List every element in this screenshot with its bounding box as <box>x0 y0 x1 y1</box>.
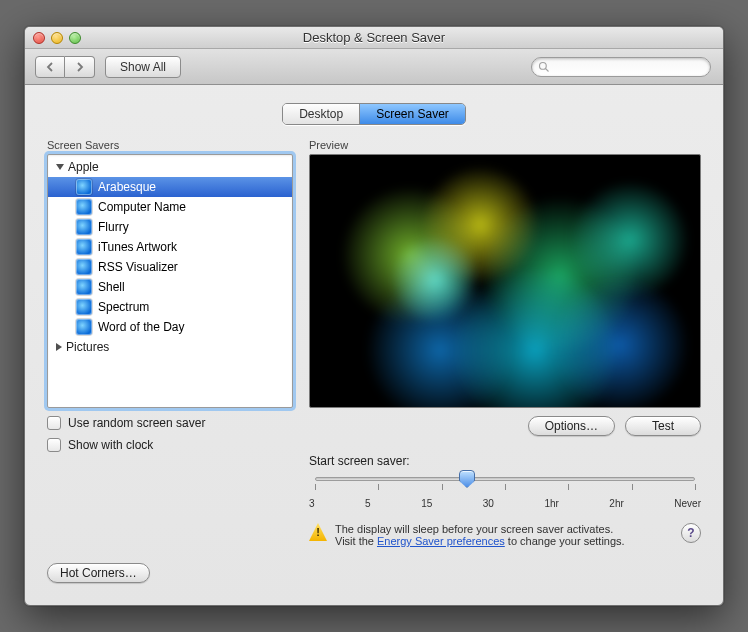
tab-desktop[interactable]: Desktop <box>283 104 359 124</box>
group-pictures[interactable]: Pictures <box>48 337 292 357</box>
help-button[interactable]: ? <box>681 523 701 543</box>
search-field[interactable] <box>531 57 711 77</box>
screensaver-icon <box>76 199 92 215</box>
screensaver-icon <box>76 179 92 195</box>
screen-savers-list[interactable]: Apple Arabesque Computer Name Flurry iTu… <box>47 154 293 408</box>
slider-label: Start screen saver: <box>309 454 701 468</box>
show-with-clock-checkbox[interactable]: Show with clock <box>47 438 293 452</box>
list-item[interactable]: Flurry <box>48 217 292 237</box>
search-input[interactable] <box>554 61 704 73</box>
tab-bar: Desktop Screen Saver <box>47 103 701 125</box>
tab-screen-saver[interactable]: Screen Saver <box>359 104 465 124</box>
disclosure-triangle-icon[interactable] <box>56 164 64 170</box>
warning-message: The display will sleep before your scree… <box>309 523 701 547</box>
list-item[interactable]: Shell <box>48 277 292 297</box>
forward-button[interactable] <box>65 56 95 78</box>
screensaver-icon <box>76 279 92 295</box>
disclosure-triangle-icon[interactable] <box>56 343 62 351</box>
screensaver-icon <box>76 259 92 275</box>
search-icon <box>538 61 550 73</box>
checkbox-icon[interactable] <box>47 438 61 452</box>
toolbar: Show All <box>25 49 723 85</box>
start-delay-slider[interactable] <box>315 474 695 490</box>
titlebar: Desktop & Screen Saver <box>25 27 723 49</box>
preview-heading: Preview <box>309 139 701 151</box>
slider-thumb[interactable] <box>459 470 475 488</box>
preview-pane <box>309 154 701 408</box>
options-button[interactable]: Options… <box>528 416 615 436</box>
screensaver-icon <box>76 219 92 235</box>
list-item[interactable]: iTunes Artwork <box>48 237 292 257</box>
show-all-button[interactable]: Show All <box>105 56 181 78</box>
list-item[interactable]: Computer Name <box>48 197 292 217</box>
checkbox-icon[interactable] <box>47 416 61 430</box>
screensaver-icon <box>76 239 92 255</box>
screen-savers-heading: Screen Savers <box>47 139 293 151</box>
test-button[interactable]: Test <box>625 416 701 436</box>
slider-tick-labels: 3 5 15 30 1hr 2hr Never <box>309 498 701 509</box>
group-label: Pictures <box>66 340 109 354</box>
nav-segment <box>35 56 95 78</box>
window-title: Desktop & Screen Saver <box>25 30 723 45</box>
group-label: Apple <box>68 160 99 174</box>
list-item[interactable]: RSS Visualizer <box>48 257 292 277</box>
warning-icon <box>309 523 327 541</box>
screensaver-icon <box>76 319 92 335</box>
svg-line-1 <box>546 68 549 71</box>
hot-corners-button[interactable]: Hot Corners… <box>47 563 150 583</box>
group-apple[interactable]: Apple <box>48 157 292 177</box>
prefs-window: Desktop & Screen Saver Show All Desktop … <box>24 26 724 606</box>
list-item[interactable]: Word of the Day <box>48 317 292 337</box>
random-screensaver-checkbox[interactable]: Use random screen saver <box>47 416 293 430</box>
svg-point-0 <box>540 62 547 69</box>
screensaver-icon <box>76 299 92 315</box>
list-item[interactable]: Arabesque <box>48 177 292 197</box>
list-item[interactable]: Spectrum <box>48 297 292 317</box>
energy-saver-link[interactable]: Energy Saver preferences <box>377 535 505 547</box>
back-button[interactable] <box>35 56 65 78</box>
